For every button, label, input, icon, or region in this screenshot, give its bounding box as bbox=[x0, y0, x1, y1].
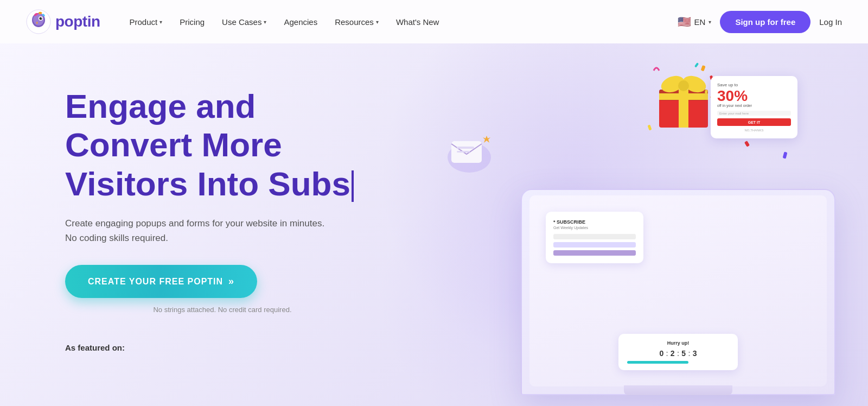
nav-item-pricing[interactable]: Pricing bbox=[172, 13, 212, 31]
featured-on-label: As featured on: bbox=[65, 343, 380, 352]
hero-subtitle: Create engaging popups and forms for you… bbox=[65, 216, 380, 245]
discount-popup: Save up to 30% off in your next order En… bbox=[711, 76, 797, 138]
chevron-down-icon: ▾ bbox=[376, 19, 379, 25]
nav-item-agencies[interactable]: Agencies bbox=[276, 13, 325, 31]
hero-visual: * SUBSCRIBE Get Weekly Updates Hurry up!… bbox=[461, 43, 868, 406]
nav-item-product[interactable]: Product ▾ bbox=[122, 13, 170, 31]
get-it-button[interactable]: GET IT bbox=[717, 118, 791, 126]
logo-icon bbox=[26, 9, 51, 34]
nav-item-whats-new[interactable]: What's New bbox=[388, 13, 447, 31]
flag-icon: 🇺🇸 bbox=[678, 15, 691, 28]
logo-text: poptin bbox=[55, 13, 100, 30]
login-button[interactable]: Log In bbox=[819, 17, 842, 27]
timer-popup: Hurry up! 0 : 2 : 5 : 3 bbox=[618, 334, 738, 370]
svg-point-5 bbox=[41, 17, 42, 18]
chevron-down-icon: ▾ bbox=[264, 19, 266, 25]
svg-point-4 bbox=[40, 17, 42, 20]
logo-link[interactable]: poptin bbox=[26, 9, 100, 34]
laptop-mockup: * SUBSCRIBE Get Weekly Updates Hurry up!… bbox=[521, 167, 835, 395]
hero-content: Engage and Convert More Visitors Into Su… bbox=[0, 43, 380, 352]
nav-item-resources[interactable]: Resources ▾ bbox=[327, 13, 386, 31]
svg-rect-9 bbox=[457, 147, 474, 149]
nav-item-use-cases[interactable]: Use Cases ▾ bbox=[214, 13, 274, 31]
nav-right: 🇺🇸 EN ▾ Sign up for free Log In bbox=[678, 11, 842, 33]
gift-icon bbox=[651, 60, 716, 132]
confetti-4 bbox=[783, 151, 788, 158]
svg-rect-18 bbox=[701, 65, 706, 71]
nav-links: Product ▾ Pricing Use Cases ▾ Agencies R… bbox=[122, 13, 678, 31]
svg-point-17 bbox=[678, 80, 689, 91]
hero-disclaimer: No strings attached. No credit card requ… bbox=[65, 306, 380, 314]
svg-rect-20 bbox=[694, 62, 699, 68]
navbar: poptin Product ▾ Pricing Use Cases ▾ Age… bbox=[0, 0, 868, 43]
hero-title: Engage and Convert More Visitors Into Su… bbox=[65, 87, 380, 203]
cursor-blink bbox=[352, 170, 354, 202]
cta-button[interactable]: CREATE YOUR FREE POPTIN » bbox=[65, 265, 257, 298]
svg-rect-14 bbox=[659, 93, 708, 100]
email-envelope bbox=[445, 130, 494, 176]
lang-code: EN bbox=[694, 17, 706, 27]
chevron-down-icon: ▾ bbox=[159, 19, 162, 25]
signup-button[interactable]: Sign up for free bbox=[720, 11, 810, 33]
chevron-down-icon: ▾ bbox=[709, 19, 711, 25]
hero-section: Engage and Convert More Visitors Into Su… bbox=[0, 43, 868, 406]
language-selector[interactable]: 🇺🇸 EN ▾ bbox=[678, 15, 712, 28]
svg-rect-10 bbox=[457, 151, 470, 153]
confetti-2 bbox=[744, 141, 750, 147]
subscribe-popup: * SUBSCRIBE Get Weekly Updates bbox=[546, 212, 643, 263]
chevron-right-icon: » bbox=[228, 276, 234, 287]
